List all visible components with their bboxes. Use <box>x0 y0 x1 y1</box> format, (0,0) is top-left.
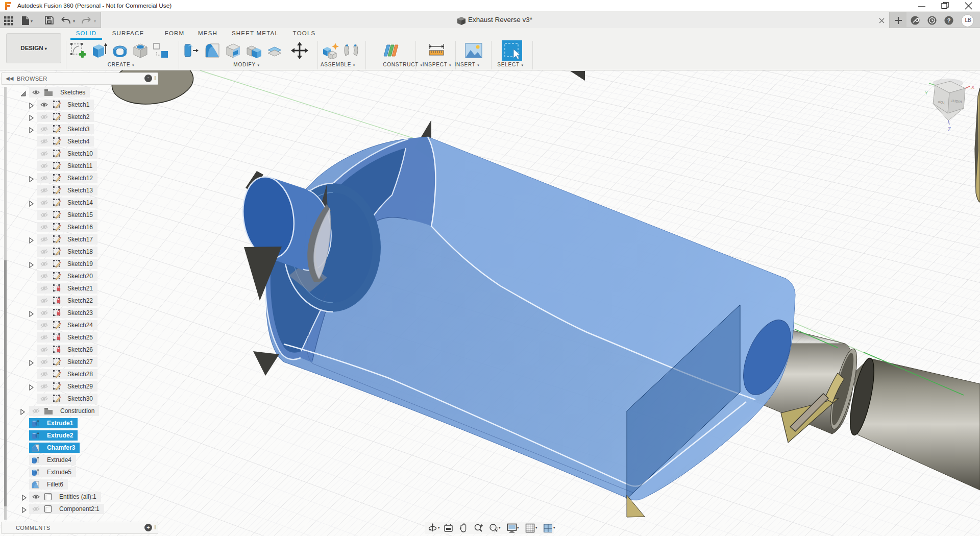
svg-text:X: X <box>971 85 974 90</box>
svg-text:Y: Y <box>925 90 928 95</box>
svg-text:Z: Z <box>948 127 951 132</box>
